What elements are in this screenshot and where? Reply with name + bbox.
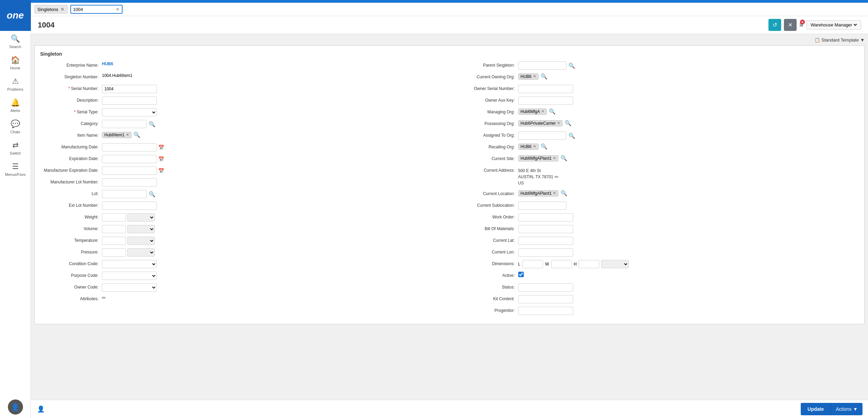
dim-w-input[interactable] <box>551 260 572 268</box>
possessing-org-tag-text: Hub6PrivateCarrier <box>521 121 556 126</box>
bill-of-materials-input[interactable] <box>518 225 573 233</box>
dim-l-input[interactable] <box>522 260 543 268</box>
owner-aux-key-row: Owner Aux Key: <box>456 97 859 105</box>
recalling-org-tag-close[interactable]: ✕ <box>533 144 536 149</box>
managing-org-search-button[interactable]: 🔍 <box>548 108 556 115</box>
active-checkbox[interactable] <box>518 272 524 277</box>
sidebar-item-problems[interactable]: ⚠ Problems <box>0 74 31 95</box>
parent-singleton-value: 🔍 <box>518 61 859 70</box>
expiration-date-calendar[interactable]: 📅 <box>158 156 164 162</box>
progenitor-input[interactable] <box>518 307 573 315</box>
manufacturer-expiration-input[interactable] <box>102 167 157 175</box>
purpose-code-select[interactable] <box>102 272 157 280</box>
pressure-unit-select[interactable] <box>127 248 155 257</box>
owner-code-select[interactable] <box>102 283 157 292</box>
attributes-edit-button[interactable]: ✏ <box>102 295 106 301</box>
template-button[interactable]: 📋 Standard Template ▼ <box>814 37 865 43</box>
chat-icon: 💬 <box>11 120 20 128</box>
possessing-org-label: Possessing Org: <box>456 120 518 126</box>
manufacturer-expiration-calendar[interactable]: 📅 <box>158 168 164 173</box>
serial-number-input[interactable] <box>102 85 157 93</box>
owner-aux-key-input[interactable] <box>518 97 573 105</box>
role-dropdown[interactable]: Warehouse Manager <box>809 22 858 28</box>
expiration-date-input[interactable] <box>102 155 157 163</box>
pressure-amount-input[interactable] <box>102 248 126 257</box>
actions-button[interactable]: Actions ▼ <box>831 403 863 415</box>
category-search-button[interactable]: 🔍 <box>148 121 156 127</box>
manufacturing-date-calendar[interactable]: 📅 <box>158 145 164 150</box>
sidebar-item-home[interactable]: 🏠 Home <box>0 52 31 74</box>
parent-singleton-row: Parent Singleton: 🔍 <box>456 61 859 70</box>
kit-content-input[interactable] <box>518 295 573 303</box>
volume-unit-select[interactable] <box>127 225 155 233</box>
sidebar-item-chats[interactable]: 💬 Chats <box>0 116 31 137</box>
manufacturer-lot-input[interactable] <box>102 178 157 187</box>
current-owning-org-search-button[interactable]: 🔍 <box>540 73 548 80</box>
update-button[interactable]: Update <box>801 403 831 415</box>
recalling-org-tag-text: HUB6 <box>521 144 532 149</box>
bottom-user-icon[interactable]: 👤 <box>36 405 45 413</box>
sidebar-item-search[interactable]: 🔍 Search <box>0 31 31 52</box>
manufacturing-date-input[interactable] <box>102 143 157 151</box>
current-sublocation-input[interactable] <box>518 202 566 210</box>
current-site-search-button[interactable]: 🔍 <box>560 155 568 161</box>
current-location-search-button[interactable]: 🔍 <box>560 190 568 196</box>
menu-button[interactable]: ≡ ★ <box>799 21 803 29</box>
weight-unit-select[interactable] <box>127 213 155 222</box>
weight-amount-input[interactable] <box>102 213 126 222</box>
possessing-org-search-button[interactable]: 🔍 <box>564 120 572 126</box>
volume-amount-input[interactable] <box>102 225 126 233</box>
refresh-button[interactable]: ↺ <box>768 19 781 31</box>
content-header: 1004 ↺ ✕ ≡ ★ Warehouse Manager <box>31 16 868 34</box>
manufacturing-date-label: Manufacturing Date: <box>40 143 102 149</box>
status-input[interactable] <box>518 283 573 292</box>
app-logo[interactable]: one <box>0 0 31 31</box>
sidebar-label-home: Home <box>10 66 20 70</box>
current-location-label: Current Location: <box>456 190 518 196</box>
work-order-input[interactable] <box>518 213 573 222</box>
recalling-org-value: HUB6 ✕ 🔍 <box>518 143 859 150</box>
current-site-tag-close[interactable]: ✕ <box>553 156 556 160</box>
sidebar-item-alerts[interactable]: 🔔 Alerts <box>0 95 31 116</box>
search-tab-singletons[interactable]: Singletons ✕ <box>34 5 68 14</box>
category-input[interactable] <box>102 120 147 128</box>
assigned-to-org-input[interactable] <box>518 132 566 140</box>
current-address-edit-button[interactable]: ✏ <box>555 174 559 180</box>
dim-h-input[interactable] <box>579 260 599 268</box>
manufacturing-date-value: 📅 <box>102 143 443 151</box>
current-lon-input[interactable] <box>518 248 573 257</box>
sidebar-item-menus[interactable]: ☰ Menus/Favs <box>0 159 31 180</box>
close-button[interactable]: ✕ <box>784 19 797 31</box>
ext-lot-input[interactable] <box>102 202 157 210</box>
assigned-to-org-search-button[interactable]: 🔍 <box>568 133 576 139</box>
ext-lot-label: Ext Lot Number: <box>40 202 102 208</box>
sidebar-item-switch[interactable]: ⇄ Switch <box>0 137 31 159</box>
search-tab-close-icon[interactable]: ✕ <box>60 7 65 12</box>
serial-type-select[interactable] <box>102 108 157 116</box>
user-avatar[interactable]: 👤 <box>8 399 23 415</box>
item-name-tag-close[interactable]: ✕ <box>126 133 129 137</box>
role-selector[interactable]: Warehouse Manager <box>806 20 861 30</box>
current-lat-input[interactable] <box>518 237 573 245</box>
parent-singleton-label: Parent Singleton: <box>456 61 518 68</box>
owner-serial-number-input[interactable] <box>518 85 573 93</box>
current-location-tag-close[interactable]: ✕ <box>553 191 556 195</box>
description-input[interactable] <box>102 97 157 105</box>
temperature-amount-input[interactable] <box>102 237 126 245</box>
search-input[interactable]: 1004 <box>73 7 114 12</box>
lot-input[interactable] <box>102 190 147 198</box>
search-clear-icon[interactable]: ✕ <box>116 7 120 12</box>
possessing-org-tag-close[interactable]: ✕ <box>557 121 560 125</box>
dim-unit-select[interactable] <box>601 260 629 268</box>
parent-singleton-search-button[interactable]: 🔍 <box>568 63 576 69</box>
recalling-org-search-button[interactable]: 🔍 <box>540 143 548 150</box>
current-owning-org-tag-close[interactable]: ✕ <box>533 74 536 79</box>
item-name-search-button[interactable]: 🔍 <box>133 132 141 138</box>
managing-org-tag-close[interactable]: ✕ <box>541 109 544 114</box>
temperature-unit-select[interactable] <box>127 237 155 245</box>
lot-row: Lot: 🔍 <box>40 190 443 199</box>
condition-code-select[interactable] <box>102 260 157 268</box>
lot-search-button[interactable]: 🔍 <box>148 191 156 197</box>
parent-singleton-input[interactable] <box>518 61 566 70</box>
search-input-container: 1004 ✕ <box>70 5 123 14</box>
